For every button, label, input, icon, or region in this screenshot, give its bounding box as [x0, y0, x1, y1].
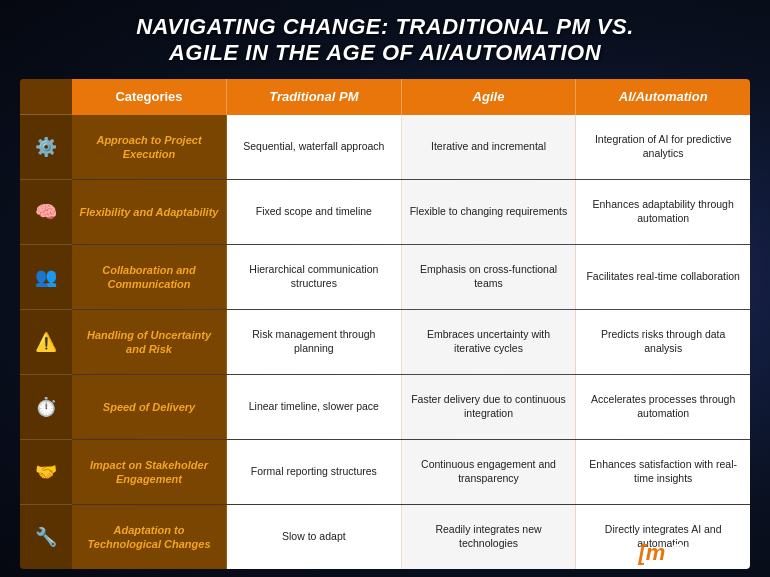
category-cell-5: Speed of Delivery [72, 375, 227, 439]
agile-cell-3: Emphasis on cross-functional teams [402, 245, 577, 309]
agile-cell-5: Faster delivery due to continuous integr… [402, 375, 577, 439]
agile-cell-7: Readily integrates new technologies [402, 505, 577, 569]
ai-cell-3: Facilitates real-time collaboration [576, 245, 750, 309]
header-agile: Agile [402, 79, 577, 115]
table-row: Impact on Stakeholder Engagement Formal … [72, 440, 750, 505]
icon-row-1: ⚙️ [20, 115, 72, 180]
icon-row-4: ⚠️ [20, 310, 72, 375]
page-container: NAVIGATING CHANGE: TRADITIONAL PM VS. AG… [0, 0, 770, 577]
icon-row-6: 🤝 [20, 440, 72, 505]
ai-cell-4: Predicts risks through data analysis [576, 310, 750, 374]
traditional-cell-6: Formal reporting structures [227, 440, 402, 504]
agile-cell-4: Embraces uncertainty with iterative cycl… [402, 310, 577, 374]
traditional-cell-2: Fixed scope and timeline [227, 180, 402, 244]
ai-cell-5: Accelerates processes through automation [576, 375, 750, 439]
header-ai: AI/Automation [576, 79, 750, 115]
ai-cell-2: Enhances adaptability through automation [576, 180, 750, 244]
category-cell-3: Collaboration and Communication [72, 245, 227, 309]
table-row: Approach to Project Execution Sequential… [72, 115, 750, 180]
comparison-table: ⚙️ 🧠 👥 ⚠️ ⏱️ 🤝 🔧 Categories Traditional … [20, 79, 750, 569]
agile-cell-2: Flexible to changing requirements [402, 180, 577, 244]
logo-text: Scion® [669, 539, 748, 567]
logo-bracket: [m [638, 540, 665, 566]
logo-reg: ® [740, 543, 748, 554]
agile-cell-1: Iterative and incremental [402, 115, 577, 179]
icon-row-3: 👥 [20, 245, 72, 310]
table-row: Handling of Uncertainty and Risk Risk ma… [72, 310, 750, 375]
ai-cell-1: Integration of AI for predictive analyti… [576, 115, 750, 179]
agile-cell-6: Continuous engagement and transparency [402, 440, 577, 504]
traditional-cell-3: Hierarchical communication structures [227, 245, 402, 309]
traditional-cell-1: Sequential, waterfall approach [227, 115, 402, 179]
traditional-cell-5: Linear timeline, slower pace [227, 375, 402, 439]
header-traditional: Traditional PM [227, 79, 402, 115]
category-cell-7: Adaptation to Technological Changes [72, 505, 227, 569]
icon-row-5: ⏱️ [20, 375, 72, 440]
category-cell-6: Impact on Stakeholder Engagement [72, 440, 227, 504]
table-body: Approach to Project Execution Sequential… [72, 115, 750, 569]
category-cell-1: Approach to Project Execution [72, 115, 227, 179]
icon-row-7: 🔧 [20, 505, 72, 569]
icon-row-2: 🧠 [20, 180, 72, 245]
logo: [m Scion® [638, 539, 748, 567]
page-title: NAVIGATING CHANGE: TRADITIONAL PM VS. AG… [136, 14, 634, 67]
category-cell-4: Handling of Uncertainty and Risk [72, 310, 227, 374]
header-categories: Categories [72, 79, 227, 115]
table-row: Collaboration and Communication Hierarch… [72, 245, 750, 310]
table-header: Categories Traditional PM Agile AI/Autom… [72, 79, 750, 115]
table-row: Speed of Delivery Linear timeline, slowe… [72, 375, 750, 440]
category-cell-2: Flexibility and Adaptability [72, 180, 227, 244]
traditional-cell-4: Risk management through planning [227, 310, 402, 374]
traditional-cell-7: Slow to adapt [227, 505, 402, 569]
icon-column: ⚙️ 🧠 👥 ⚠️ ⏱️ 🤝 🔧 [20, 79, 72, 569]
main-table: Categories Traditional PM Agile AI/Autom… [72, 79, 750, 569]
table-row: Flexibility and Adaptability Fixed scope… [72, 180, 750, 245]
ai-cell-6: Enhances satisfaction with real-time ins… [576, 440, 750, 504]
